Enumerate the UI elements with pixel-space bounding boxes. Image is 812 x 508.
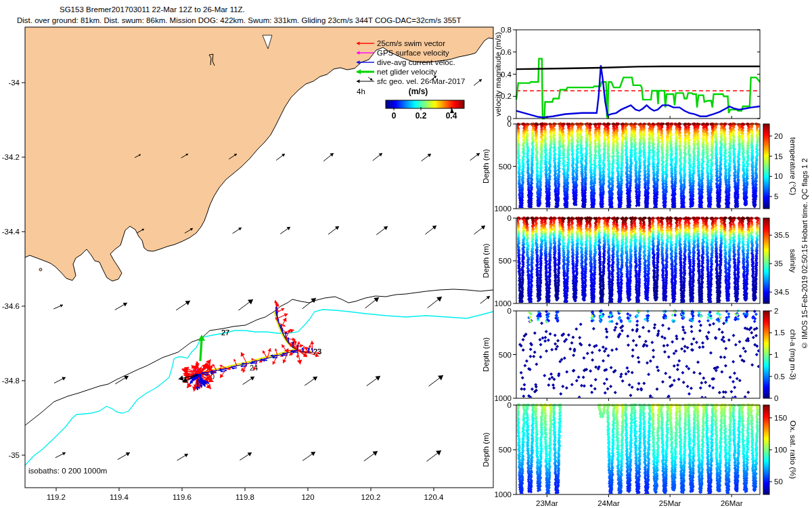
chlorophyll_section-frame (516, 311, 760, 398)
map-legend-colorbar (386, 100, 464, 108)
svg-text:salinity: salinity (789, 249, 797, 272)
svg-text:0: 0 (508, 307, 512, 315)
svg-text:500: 500 (499, 351, 512, 359)
svg-text:-34.4: -34.4 (2, 228, 20, 236)
svg-text:119.8: 119.8 (235, 493, 254, 501)
svg-text:-35: -35 (8, 451, 20, 459)
svg-text:15: 15 (774, 152, 783, 161)
glider-mission-figure: SG153 Bremer201703011 22-Mar 12Z to 26-M… (0, 0, 812, 508)
isobaths-caption: isobaths: 0 200 1000m (28, 467, 107, 475)
velocity-series-4 (516, 66, 760, 69)
chlorophyll_section-colorbar (763, 311, 769, 398)
svg-text:23: 23 (313, 347, 321, 356)
svg-text:-34.8: -34.8 (2, 377, 20, 385)
svg-text:100: 100 (774, 446, 787, 454)
svg-text:500: 500 (499, 163, 512, 171)
svg-text:0: 0 (774, 394, 778, 402)
svg-text:Depth (m): Depth (m) (482, 337, 490, 372)
svg-text:isobaths: 0 200 1000m: isobaths: 0 200 1000m (28, 467, 107, 475)
svg-text:120: 120 (301, 493, 314, 501)
svg-text:20: 20 (774, 132, 783, 140)
isobath-200m (25, 289, 493, 425)
svg-text:0.8: 0.8 (501, 26, 512, 34)
legend-arrow-4-icon (357, 69, 374, 75)
svg-text:chl-a (mg m-3): chl-a (mg m-3) (789, 329, 797, 380)
svg-text:1000: 1000 (494, 205, 512, 213)
svg-text:120.2: 120.2 (361, 493, 381, 501)
svg-text:5: 5 (774, 192, 778, 200)
svg-text:Ox. sat. ratio (%): Ox. sat. ratio (%) (789, 421, 797, 479)
svg-text:27: 27 (221, 329, 229, 337)
svg-text:Depth (m): Depth (m) (482, 149, 490, 184)
temperature_section-colorbar (763, 124, 769, 209)
svg-text:GPS surface velocity: GPS surface velocity (377, 49, 449, 57)
svg-text:119.2: 119.2 (47, 493, 66, 501)
svg-text:velocity magnitude (m/s): velocity magnitude (m/s) (494, 32, 502, 117)
svg-text:1: 1 (774, 351, 778, 359)
net-glider-velocity-arrow (198, 335, 205, 361)
temperature_section-frame (516, 124, 760, 209)
svg-text:0: 0 (508, 214, 512, 222)
svg-text:26Mar: 26Mar (721, 499, 743, 507)
svg-text:dive-avg current veloc.: dive-avg current veloc. (377, 58, 455, 66)
svg-text:50: 50 (774, 478, 783, 486)
svg-text:500: 500 (499, 257, 512, 265)
svg-text:Depth (m): Depth (m) (482, 432, 490, 467)
svg-text:23Mar: 23Mar (536, 499, 558, 507)
svg-text:35: 35 (774, 259, 783, 268)
svg-text:-34.2: -34.2 (2, 153, 20, 161)
svg-text:0.2: 0.2 (501, 92, 512, 100)
svg-text:24Mar: 24Mar (597, 499, 620, 507)
svg-text:1.5: 1.5 (774, 329, 785, 337)
velocity-panel: 00.20.40.60.8velocity magnitude (m/s) (494, 26, 760, 123)
svg-text:0.6: 0.6 (501, 48, 512, 56)
svg-text:25Mar: 25Mar (659, 499, 681, 507)
svg-text:34.5: 34.5 (774, 288, 789, 296)
imos-watermark: © IMOS 15-Feb-2019 02:50:15 Hobart time.… (799, 30, 811, 478)
temperature_section-panel: 05001000Depth (m)5101520temperature (°C) (482, 120, 797, 213)
svg-text:0.4: 0.4 (501, 70, 512, 79)
svg-text:1000: 1000 (494, 490, 512, 499)
velocity-series-3 (516, 65, 760, 117)
svg-text:0.5: 0.5 (774, 373, 785, 381)
svg-text:0.2: 0.2 (415, 111, 427, 121)
svg-text:net glider velocity: net glider velocity (377, 68, 437, 76)
svg-text:temperature (°C): temperature (°C) (789, 137, 797, 196)
oxygen_section-colorbar (763, 405, 769, 494)
svg-text:10: 10 (774, 172, 783, 180)
legend-arrow-5-icon (357, 77, 374, 83)
svg-text:sfc geo. vel. 26-Mar-2017: sfc geo. vel. 26-Mar-2017 (377, 77, 465, 85)
svg-text:Depth (m): Depth (m) (482, 243, 490, 278)
svg-text:(m/s): (m/s) (409, 87, 428, 96)
figure-canvas: 27242023272325cm/s swim vectorGPS surfac… (0, 0, 812, 508)
svg-text:25cm/s swim vector: 25cm/s swim vector (377, 39, 445, 47)
svg-text:-34: -34 (8, 79, 20, 87)
map-panel: 27242023272325cm/s swim vectorGPS surfac… (2, 27, 493, 501)
velocity-frame (516, 30, 760, 119)
svg-text:119.6: 119.6 (173, 493, 191, 501)
svg-text:0: 0 (508, 401, 512, 409)
svg-text:0: 0 (392, 111, 397, 121)
salinity_section-frame (516, 218, 760, 303)
chlorophyll_section-panel: 05001000Depth (m)00.511.52chl-a (mg m-3) (482, 307, 797, 402)
svg-text:119.4: 119.4 (110, 493, 129, 501)
svg-text:35.5: 35.5 (774, 231, 789, 239)
svg-text:0: 0 (508, 120, 512, 128)
oxygen_section-panel: 05001000Depth (m)50100150Ox. sat. ratio … (482, 401, 797, 507)
svg-text:-34.6: -34.6 (2, 302, 20, 310)
svg-text:4h: 4h (357, 87, 365, 96)
small-island (39, 268, 42, 271)
salinity_section-panel: 05001000Depth (m)34.53535.5salinity (482, 214, 797, 308)
svg-text:150: 150 (774, 414, 787, 422)
svg-text:120.4: 120.4 (424, 493, 444, 501)
svg-text:500: 500 (499, 446, 512, 454)
salinity_section-colorbar (763, 218, 769, 303)
svg-text:2: 2 (774, 307, 778, 315)
oxygen_section-frame (516, 405, 760, 494)
